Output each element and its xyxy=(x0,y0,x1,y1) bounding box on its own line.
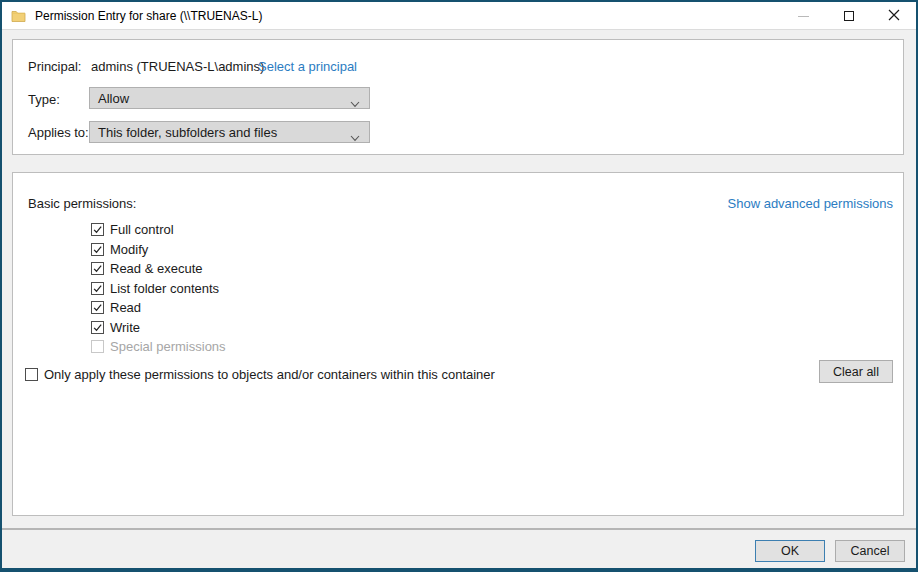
titlebar: Permission Entry for share (\\TRUENAS-L) xyxy=(2,2,916,30)
type-label: Type: xyxy=(28,92,60,107)
permission-label: Modify xyxy=(110,242,148,257)
permission-label: Special permissions xyxy=(110,339,226,354)
principal-value: admins (TRUENAS-L\admins) xyxy=(91,59,264,74)
permissions-list: Full controlModifyRead & executeList fol… xyxy=(91,220,226,357)
type-dropdown-value: Allow xyxy=(98,91,129,106)
maximize-icon xyxy=(844,11,854,21)
window-border xyxy=(0,0,918,2)
ok-button[interactable]: OK xyxy=(755,540,825,562)
applies-to-dropdown-value: This folder, subfolders and files xyxy=(98,125,277,140)
permission-label: Write xyxy=(110,320,140,335)
permission-label: Read xyxy=(110,300,141,315)
permission-row: Special permissions xyxy=(91,337,226,357)
close-icon xyxy=(888,9,900,24)
permission-checkbox[interactable] xyxy=(91,243,104,256)
permission-checkbox[interactable] xyxy=(91,301,104,314)
principal-section: Principal: admins (TRUENAS-L\admins) Sel… xyxy=(12,39,904,155)
permission-label: List folder contents xyxy=(110,281,219,296)
permission-row: Modify xyxy=(91,240,226,260)
window-border xyxy=(0,568,918,572)
principal-label: Principal: xyxy=(28,59,81,74)
clear-all-button[interactable]: Clear all xyxy=(819,360,893,383)
folder-icon xyxy=(11,9,26,23)
minimize-icon xyxy=(798,16,809,17)
permission-checkbox[interactable] xyxy=(91,282,104,295)
minimize-button[interactable] xyxy=(781,2,826,30)
close-button[interactable] xyxy=(871,2,916,30)
applies-to-label: Applies to: xyxy=(28,125,89,140)
select-principal-link[interactable]: Select a principal xyxy=(258,59,357,74)
basic-permissions-heading: Basic permissions: xyxy=(28,196,136,211)
permission-row: Read xyxy=(91,298,226,318)
chevron-down-icon xyxy=(350,130,360,137)
window-title: Permission Entry for share (\\TRUENAS-L) xyxy=(35,2,262,30)
applies-to-dropdown[interactable]: This folder, subfolders and files xyxy=(89,121,370,143)
only-apply-checkbox[interactable] xyxy=(25,368,38,381)
only-apply-label: Only apply these permissions to objects … xyxy=(44,367,495,382)
permission-label: Read & execute xyxy=(110,261,203,276)
permission-row: List folder contents xyxy=(91,279,226,299)
chevron-down-icon xyxy=(350,96,360,103)
permission-row: Full control xyxy=(91,220,226,240)
permissions-section: Basic permissions: Show advanced permiss… xyxy=(12,172,904,516)
maximize-button[interactable] xyxy=(826,2,871,30)
show-advanced-permissions-link[interactable]: Show advanced permissions xyxy=(728,196,893,211)
window-controls xyxy=(781,2,916,30)
permission-checkbox[interactable] xyxy=(91,223,104,236)
permission-row: Read & execute xyxy=(91,259,226,279)
permission-label: Full control xyxy=(110,222,174,237)
footer-divider xyxy=(2,528,916,530)
permission-entry-dialog: Permission Entry for share (\\TRUENAS-L)… xyxy=(0,0,918,572)
permission-row: Write xyxy=(91,318,226,338)
type-dropdown[interactable]: Allow xyxy=(89,87,370,109)
only-apply-row: Only apply these permissions to objects … xyxy=(25,367,495,382)
permission-checkbox[interactable] xyxy=(91,262,104,275)
cancel-button[interactable]: Cancel xyxy=(835,540,905,562)
window-border xyxy=(0,0,2,572)
permission-checkbox[interactable] xyxy=(91,321,104,334)
permission-checkbox xyxy=(91,340,104,353)
